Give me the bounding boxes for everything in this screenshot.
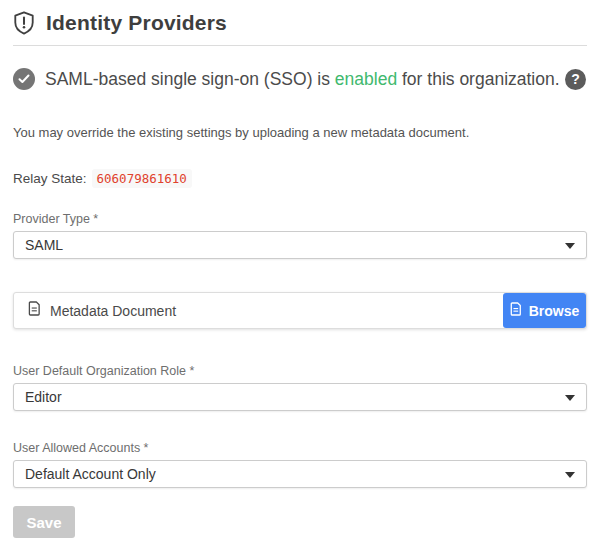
shield-alert-icon [13,11,35,35]
relay-state-label: Relay State: [13,171,87,186]
help-icon[interactable]: ? [565,69,586,90]
org-role-field: User Default Organization Role * Editor [13,364,587,411]
allowed-accounts-field: User Allowed Accounts * Default Account … [13,441,587,488]
provider-type-label: Provider Type * [13,212,587,226]
org-role-value: Editor [25,389,62,405]
allowed-accounts-select[interactable]: Default Account Only [13,460,587,488]
chevron-down-icon [565,395,575,401]
check-circle-icon [13,68,35,90]
browse-button[interactable]: Browse [503,293,586,328]
allowed-accounts-value: Default Account Only [25,466,156,482]
provider-type-value: SAML [25,237,63,253]
save-button[interactable]: Save [13,506,75,538]
metadata-placeholder: Metadata Document [50,303,176,319]
page-title: Identity Providers [46,11,227,35]
provider-type-field: Provider Type * SAML [13,212,587,259]
file-icon [510,302,522,319]
chevron-down-icon [565,472,575,478]
browse-label: Browse [529,303,580,319]
sso-status-row: SAML-based single sign-on (SSO) is enabl… [13,68,587,90]
allowed-accounts-label: User Allowed Accounts * [13,441,587,455]
sso-status-text: SAML-based single sign-on (SSO) is enabl… [45,69,560,90]
page-header: Identity Providers [13,0,587,46]
chevron-down-icon [565,243,575,249]
org-role-select[interactable]: Editor [13,383,587,411]
org-role-label: User Default Organization Role * [13,364,587,378]
relay-state-value: 606079861610 [92,169,192,188]
file-icon [28,301,41,320]
sso-enabled-text: enabled [335,69,397,89]
relay-state-row: Relay State: 606079861610 [13,169,587,188]
override-description: You may override the existing settings b… [13,125,587,140]
metadata-file-input[interactable]: Metadata Document Browse [13,292,587,329]
provider-type-select[interactable]: SAML [13,231,587,259]
